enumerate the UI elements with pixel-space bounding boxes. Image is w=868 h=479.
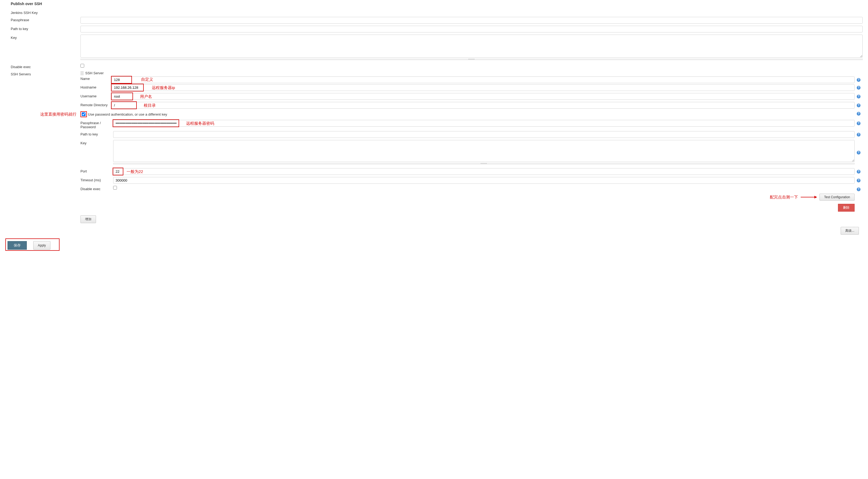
key-label: Key bbox=[11, 35, 81, 40]
name-input[interactable] bbox=[112, 77, 855, 83]
jenkins-ssh-key-label: Jenkins SSH Key bbox=[11, 10, 81, 15]
username-label: Username bbox=[81, 93, 112, 98]
help-icon[interactable]: ? bbox=[857, 133, 861, 137]
passphrase-label: Passphrase bbox=[11, 17, 81, 22]
passphrase-password-label: Passphrase / Password bbox=[81, 120, 113, 129]
name-label: Name bbox=[81, 75, 112, 81]
timeout-label: Timeout (ms) bbox=[81, 177, 113, 182]
help-icon[interactable]: ? bbox=[857, 151, 861, 154]
help-icon[interactable]: ? bbox=[857, 187, 861, 191]
disable-exec-label: Disable exec bbox=[11, 64, 81, 69]
help-icon[interactable]: ? bbox=[857, 103, 861, 107]
drag-handle-icon[interactable] bbox=[81, 71, 84, 75]
key2-label: Key bbox=[81, 140, 113, 145]
path-to-key2-label: Path to key bbox=[81, 131, 113, 136]
resize-handle[interactable] bbox=[81, 58, 863, 60]
path-to-key2-input[interactable] bbox=[113, 131, 855, 138]
help-icon[interactable]: ? bbox=[857, 95, 861, 98]
section-title: Publish over SSH bbox=[0, 0, 868, 8]
passphrase-input[interactable] bbox=[81, 17, 863, 24]
remote-dir-input[interactable] bbox=[112, 102, 855, 109]
advanced-button[interactable]: 高级... bbox=[841, 227, 859, 235]
ssh-servers-label: SSH Servers bbox=[11, 71, 81, 76]
help-icon[interactable]: ? bbox=[857, 170, 861, 174]
timeout-input[interactable] bbox=[113, 177, 855, 184]
hostname-label: Hostname bbox=[81, 84, 112, 89]
delete-button[interactable]: 删除 bbox=[838, 204, 855, 212]
username-input[interactable] bbox=[112, 93, 855, 100]
resize-handle[interactable] bbox=[113, 163, 855, 164]
hostname-input[interactable] bbox=[112, 84, 855, 91]
help-icon[interactable]: ? bbox=[857, 78, 861, 82]
path-to-key-label: Path to key bbox=[11, 26, 81, 31]
help-icon[interactable]: ? bbox=[857, 86, 861, 90]
passphrase-password-input[interactable] bbox=[113, 120, 855, 127]
path-to-key-input[interactable] bbox=[81, 26, 863, 32]
disable-exec2-label: Disable exec bbox=[81, 186, 113, 191]
help-icon[interactable]: ? bbox=[857, 179, 861, 182]
port-label: Port bbox=[81, 168, 113, 173]
use-password-checkbox[interactable] bbox=[82, 112, 86, 116]
disable-exec2-checkbox[interactable] bbox=[113, 186, 117, 190]
port-input[interactable] bbox=[113, 168, 855, 175]
test-configuration-button[interactable]: Test Configuration bbox=[819, 193, 855, 201]
key2-textarea[interactable] bbox=[113, 140, 855, 162]
arrow-icon bbox=[801, 197, 817, 198]
use-pw-annotation: 这里直接用密码就行 bbox=[40, 112, 76, 117]
add-button[interactable]: 增加 bbox=[81, 215, 96, 223]
test-config-annotation: 配完点击测一下 bbox=[770, 195, 798, 200]
remote-dir-label: Remote Directory bbox=[81, 102, 112, 107]
apply-button[interactable]: Apply bbox=[33, 241, 51, 250]
ssh-server-header: SSH Server bbox=[85, 71, 104, 75]
disable-exec-checkbox[interactable] bbox=[81, 64, 84, 67]
help-icon[interactable]: ? bbox=[857, 121, 861, 125]
key-textarea[interactable] bbox=[81, 35, 863, 58]
use-password-label: Use password authentication, or use a di… bbox=[88, 112, 167, 116]
save-button[interactable]: 保存 bbox=[7, 241, 27, 250]
help-icon[interactable]: ? bbox=[857, 112, 861, 116]
